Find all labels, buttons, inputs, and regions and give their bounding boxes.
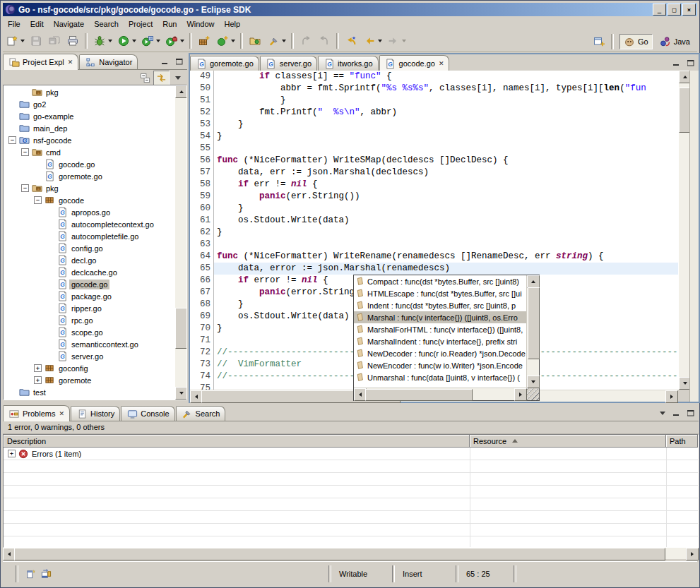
explorer-tab-navigator[interactable]: Navigator [79, 54, 138, 69]
tree-item-goremote[interactable]: +goremote [4, 374, 174, 386]
tree-item-goremote-go[interactable]: Ggoremote.go [4, 170, 174, 182]
scroll-right-button[interactable] [686, 548, 699, 560]
editor-tab-gocode-go[interactable]: Ggocode.go✕ [379, 55, 450, 71]
dropdown-arrow-icon[interactable] [20, 40, 25, 42]
minimize-button[interactable] [670, 408, 683, 419]
new-package-button[interactable] [195, 32, 213, 50]
scroll-right-button[interactable] [665, 390, 678, 403]
dropdown-arrow-icon[interactable] [378, 40, 382, 42]
menu-search[interactable]: Search [89, 18, 124, 30]
close-icon[interactable]: ✕ [439, 60, 444, 67]
fast-view-button-1[interactable] [25, 568, 36, 580]
tree-item-autocompletefile-go[interactable]: Gautocompletefile.go [4, 230, 174, 242]
dropdown-arrow-icon[interactable] [156, 40, 160, 42]
maximize-button[interactable] [684, 408, 697, 419]
tree-item-semanticcontext-go[interactable]: Gsemanticcontext.go [4, 338, 174, 350]
scroll-up-button[interactable] [527, 275, 540, 288]
scrollbar-thumb[interactable] [528, 287, 540, 359]
completion-item-compact[interactable]: Compact : func(dst *bytes.Buffer, src []… [354, 275, 527, 287]
problems-tab-console[interactable]: Console [121, 406, 174, 421]
problems-row-errors[interactable]: +Errors (1 item) [4, 448, 698, 460]
collapse-box[interactable]: − [21, 184, 29, 192]
tree-item-server-go[interactable]: Gserver.go [4, 350, 174, 362]
completion-item-indent[interactable]: Indent : func(dst *bytes.Buffer, src []u… [354, 299, 527, 311]
editor-tab-goremote-go[interactable]: Ggoremote.go [190, 56, 259, 71]
scroll-down-button[interactable] [527, 376, 540, 388]
minimize-button[interactable] [670, 58, 683, 68]
column-header-resource[interactable]: Resource [470, 435, 666, 448]
collapse-box[interactable]: − [34, 196, 42, 204]
collapse-all-button[interactable] [137, 71, 153, 85]
tree-item-main-dep[interactable]: main_dep [4, 122, 174, 134]
save-all-button[interactable] [45, 32, 64, 50]
tree-item-ripper-go[interactable]: Gripper.go [4, 302, 174, 314]
scroll-down-button[interactable] [175, 387, 187, 400]
debug-button[interactable] [90, 32, 109, 50]
problems-tab-history[interactable]: History [71, 406, 120, 421]
scroll-right-button[interactable] [514, 388, 527, 401]
tree-item-gocode-go[interactable]: Ggocode.go [4, 158, 174, 170]
run-history-button[interactable] [138, 32, 157, 50]
link-editor-button[interactable] [153, 71, 170, 85]
search-button[interactable] [264, 32, 283, 50]
external-tools-button[interactable] [162, 32, 181, 50]
view-menu-button[interactable] [656, 408, 669, 419]
print-button[interactable] [64, 32, 82, 50]
open-perspective-button[interactable] [590, 32, 608, 51]
dropdown-arrow-icon[interactable] [108, 40, 112, 42]
expand-box[interactable]: + [8, 450, 16, 457]
window-close-button[interactable]: × [682, 4, 696, 16]
column-header-description[interactable]: Description [4, 435, 470, 448]
menu-edit[interactable]: Edit [25, 18, 49, 30]
maximize-button[interactable] [684, 58, 697, 68]
tree-scrollbar[interactable] [175, 85, 186, 400]
project-tree[interactable]: pkggo2go-examplemain_dep−Gnsf-gocode−cmd… [3, 85, 187, 400]
tree-item-go2[interactable]: go2 [4, 98, 174, 110]
completion-item-unmarshal[interactable]: Unmarshal : func(data []uint8, v interfa… [354, 371, 527, 383]
tree-item-cmd[interactable]: −cmd [4, 146, 174, 158]
scroll-up-button[interactable] [175, 85, 187, 98]
next-annotation-button[interactable] [297, 32, 315, 50]
tree-item-decl-go[interactable]: Gdecl.go [4, 254, 174, 266]
expand-box[interactable]: + [34, 376, 42, 384]
new-wizard-button[interactable] [3, 32, 21, 50]
back-button[interactable] [360, 32, 379, 50]
forward-button[interactable] [384, 32, 403, 50]
close-icon[interactable]: ✕ [59, 410, 64, 417]
collapse-box[interactable]: − [8, 136, 16, 144]
editor-tab-itworks-go[interactable]: Gitworks.go [318, 56, 379, 71]
perspective-java[interactable]: Java [655, 34, 694, 49]
scrollbar-thumb[interactable] [14, 548, 665, 560]
maximize-button[interactable] [173, 56, 186, 67]
popup-resize-grip[interactable] [527, 388, 539, 400]
tree-item-gocode[interactable]: −gocode [4, 194, 174, 206]
dropdown-arrow-icon[interactable] [180, 40, 184, 42]
tree-item-rpc-go[interactable]: Grpc.go [4, 314, 174, 326]
run-button[interactable] [114, 32, 133, 50]
tree-item-pkg[interactable]: −pkg [4, 182, 174, 194]
problems-table[interactable]: DescriptionResourcePath +Errors (1 item) [3, 434, 699, 548]
completion-item-newdecoder[interactable]: NewDecoder : func(r io.Reader) *json.Dec… [354, 347, 527, 359]
menu-navigate[interactable]: Navigate [49, 18, 89, 30]
save-button[interactable] [27, 32, 45, 50]
scrollbar-thumb[interactable] [365, 389, 473, 401]
dropdown-arrow-icon[interactable] [282, 40, 286, 42]
prev-annotation-button[interactable] [315, 32, 333, 50]
new-class-button[interactable] [213, 32, 232, 50]
menu-file[interactable]: File [3, 18, 25, 30]
menu-project[interactable]: Project [124, 18, 158, 30]
tree-item-package-go[interactable]: Gpackage.go [4, 290, 174, 302]
column-header-path[interactable]: Path [666, 435, 698, 448]
completion-item-htmlescape[interactable]: HTMLEscape : func(dst *bytes.Buffer, src… [354, 287, 527, 299]
editor-tab-server-go[interactable]: Gserver.go [260, 56, 317, 71]
editor-vertical-scrollbar[interactable] [679, 71, 690, 390]
menu-run[interactable]: Run [158, 18, 182, 30]
close-icon[interactable]: ✕ [68, 59, 73, 66]
completion-item-marshal[interactable]: Marshal : func(v interface{}) ([]uint8, … [354, 311, 527, 323]
overview-ruler[interactable] [689, 71, 699, 402]
problems-tab-problems[interactable]: Problems✕ [3, 405, 70, 421]
tree-item-declcache-go[interactable]: Gdeclcache.go [4, 266, 174, 278]
menu-help[interactable]: Help [220, 18, 246, 30]
open-type-button[interactable] [246, 32, 264, 50]
tree-item-test[interactable]: test [4, 386, 174, 398]
